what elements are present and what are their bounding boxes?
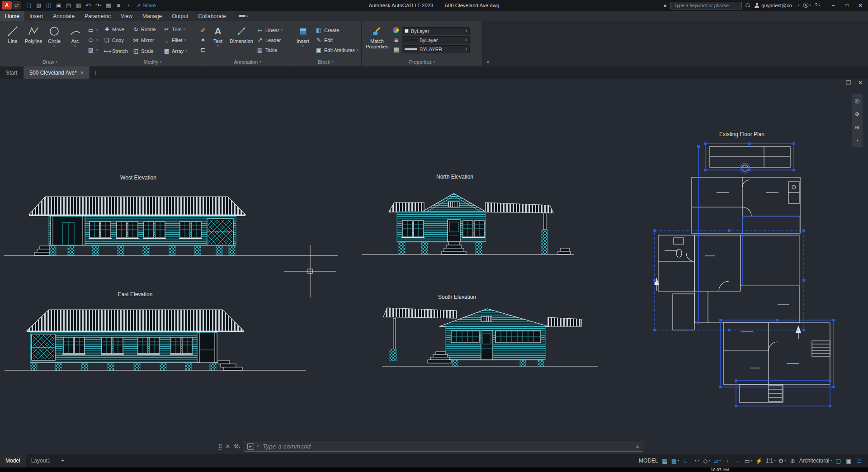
table-button[interactable]: ▦ Table (256, 46, 283, 55)
color-wheel-icon[interactable] (393, 27, 399, 33)
linetype-icon[interactable]: ≣ (393, 36, 400, 43)
search-expand-icon[interactable]: ▸ (664, 2, 667, 9)
ellipse-tool-button[interactable]: ⬭▾ (87, 36, 98, 45)
tab-insert[interactable]: Insert (24, 11, 48, 21)
north-elevation-drawing[interactable] (362, 194, 574, 255)
trim-button[interactable]: ✂Trim▾ (162, 24, 198, 35)
pan-icon[interactable]: ✥ (855, 111, 860, 118)
west-elevation-drawing[interactable] (4, 197, 338, 255)
tab-manage[interactable]: Manage (137, 11, 167, 21)
grid-icon[interactable]: ▦ (660, 455, 670, 466)
plot-icon[interactable]: ▤ (64, 1, 73, 10)
command-input-bar[interactable]: ▸ ▾ ▲ (244, 441, 643, 452)
units-button[interactable]: Architectural▾ (798, 455, 833, 466)
edit-attributes-button[interactable]: ▣ Edit Attributes▾ (315, 46, 358, 55)
copy-button[interactable]: ❏Copy (103, 35, 132, 46)
layout1-tab[interactable]: Layout1 (26, 454, 56, 467)
help-button[interactable]: ?▾ (815, 2, 820, 9)
north-elevation-label[interactable]: North Elevation (436, 174, 473, 180)
east-elevation-label[interactable]: East Elevation (118, 291, 153, 297)
annotation-scale-button[interactable]: 1:1▾ (764, 455, 777, 466)
recent-commands-icon[interactable]: ▾ (257, 444, 259, 448)
close-button[interactable]: ✕ (854, 0, 867, 11)
drawing-close-icon[interactable]: ✕ (858, 80, 863, 86)
scale-button[interactable]: ◱Scale (132, 46, 162, 57)
tab-view[interactable]: View (116, 11, 137, 21)
snap-icon[interactable]: ▩▾ (670, 455, 681, 466)
match-properties-button[interactable]: Match Properties (364, 23, 390, 57)
account-menu[interactable]: guypriest@co... ▾ (754, 3, 799, 8)
stretch-button[interactable]: ⟷Stretch (103, 46, 132, 57)
floor-plan-drawing[interactable] (653, 142, 835, 407)
draw-panel-footer[interactable]: Draw▾ (0, 57, 100, 66)
properties-panel-footer[interactable]: Properties▾ (362, 57, 482, 66)
dimension-button[interactable]: Dimension (228, 23, 255, 57)
customization-icon[interactable]: ☰ (854, 455, 864, 466)
autocad-logo-icon[interactable]: A (2, 1, 12, 9)
text-button[interactable]: A Text▾ (208, 23, 228, 57)
drawing-viewport[interactable]: .wline{stroke:#e2e6e9;fill:none;stroke-w… (0, 79, 868, 454)
lineweight-display-icon[interactable]: ≡ (733, 455, 743, 466)
rectangle-tool-button[interactable]: ▭▾ (87, 26, 98, 35)
lineweight-icon[interactable]: ▤ (393, 46, 400, 53)
batch-plot-icon[interactable]: ▥ (74, 1, 83, 10)
undo-icon[interactable]: ↶▾ (84, 1, 93, 10)
command-history-toggle-icon[interactable]: ▲ (636, 444, 640, 448)
lineweight-select[interactable]: BYLAYER▾ (402, 45, 470, 53)
command-input[interactable] (262, 443, 632, 450)
floor-plan-label[interactable]: Existing Floor Plan (719, 131, 764, 137)
mirror-button[interactable]: ⋈Mirror (132, 35, 162, 46)
ribbon-display-toggle[interactable]: ▾ (236, 11, 252, 21)
east-elevation-drawing[interactable] (5, 310, 306, 370)
hatch-tool-button[interactable]: ▨▾ (87, 46, 98, 55)
drawing-restore-icon[interactable]: ❐ (846, 80, 851, 86)
tab-annotate[interactable]: Annotate (48, 11, 80, 21)
object-color-select[interactable]: ByLayer▾ (402, 27, 470, 35)
model-space-toggle[interactable]: MODEL (637, 455, 660, 466)
leader-button[interactable]: ↗ Leader (256, 36, 283, 45)
file-tab-drawing[interactable]: 500 Cleveland Ave* × (24, 66, 90, 79)
orbit-icon[interactable]: ◔ (855, 137, 859, 144)
qat-customize-icon[interactable]: ▾ (124, 1, 133, 10)
share-button[interactable]: ↗ Share (137, 3, 156, 9)
new-layout-button[interactable]: + (56, 454, 70, 467)
navigation-wheel-icon[interactable]: ◎ (854, 97, 859, 104)
annotation-monitor-icon[interactable]: ⊕ (788, 455, 798, 466)
tab-parametric[interactable]: Parametric (80, 11, 116, 21)
object-snap-tracking-icon[interactable]: + (722, 455, 733, 466)
object-snap-icon[interactable]: ⊿▾ (712, 455, 722, 466)
create-block-button[interactable]: ◧ Create (315, 26, 358, 35)
tab-output[interactable]: Output (167, 11, 193, 21)
south-elevation-drawing[interactable] (382, 308, 598, 366)
close-tab-icon[interactable]: × (80, 70, 84, 76)
isometric-drafting-icon[interactable]: ◇▾ (702, 455, 712, 466)
palette-icon[interactable]: ≡ (114, 1, 123, 10)
help-search[interactable] (670, 2, 742, 9)
west-elevation-label[interactable]: West Elevation (120, 175, 156, 181)
polyline-button[interactable]: Polyline (23, 23, 44, 57)
autodesk-app-icon[interactable]: Ⓐ▾ (803, 2, 811, 9)
insert-block-button[interactable]: Insert▾ (292, 23, 313, 57)
arc-button[interactable]: Arc ▾ (65, 23, 85, 57)
tab-home[interactable]: Home (0, 11, 24, 21)
annotation-panel-footer[interactable]: Annotation▾ (205, 57, 290, 66)
south-elevation-label[interactable]: South Elevation (438, 294, 476, 300)
rotate-button[interactable]: ↻Rotate (132, 24, 162, 35)
minimize-button[interactable]: – (826, 0, 840, 11)
redo-icon[interactable]: ↷▾ (94, 1, 103, 10)
clean-screen-icon[interactable]: ▣ (844, 455, 854, 466)
maximize-button[interactable]: □ (840, 0, 854, 11)
layout-icon[interactable]: ▦ (104, 1, 113, 10)
ortho-icon[interactable]: ∟ (681, 455, 691, 466)
open-icon[interactable]: ▧ (34, 1, 43, 10)
array-button[interactable]: ▦Array▾ (162, 46, 198, 57)
command-close-icon[interactable]: ✕ (226, 443, 231, 450)
polar-tracking-icon[interactable]: ◔▾ (691, 455, 702, 466)
new-file-icon[interactable]: ▢ (24, 1, 33, 10)
workspace-gear-icon[interactable]: ⚙▾ (777, 455, 788, 466)
save-icon[interactable]: ◫ (44, 1, 53, 10)
linetype-select[interactable]: ByLayer▾ (402, 36, 470, 44)
block-panel-footer[interactable]: Block▾ (290, 57, 361, 66)
search-icon[interactable] (745, 3, 750, 8)
line-button[interactable]: Line (2, 23, 23, 57)
